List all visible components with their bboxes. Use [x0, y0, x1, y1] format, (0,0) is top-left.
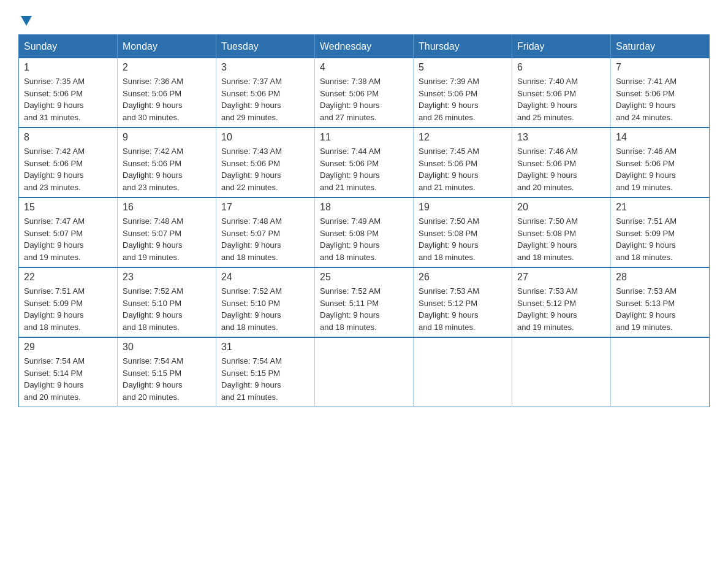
- header-saturday: Saturday: [611, 35, 710, 59]
- calendar-cell: 26 Sunrise: 7:53 AM Sunset: 5:12 PM Dayl…: [414, 267, 512, 337]
- header-thursday: Thursday: [414, 35, 512, 59]
- calendar-cell: 7 Sunrise: 7:41 AM Sunset: 5:06 PM Dayli…: [611, 58, 710, 128]
- calendar-cell: 30 Sunrise: 7:54 AM Sunset: 5:15 PM Dayl…: [118, 337, 216, 407]
- day-info: Sunrise: 7:42 AM Sunset: 5:06 PM Dayligh…: [123, 145, 211, 193]
- calendar-cell: 15 Sunrise: 7:47 AM Sunset: 5:07 PM Dayl…: [19, 197, 118, 267]
- day-info: Sunrise: 7:35 AM Sunset: 5:06 PM Dayligh…: [24, 75, 112, 123]
- day-number: 3: [221, 62, 309, 73]
- calendar-cell: 31 Sunrise: 7:54 AM Sunset: 5:15 PM Dayl…: [216, 337, 315, 407]
- day-info: Sunrise: 7:50 AM Sunset: 5:08 PM Dayligh…: [419, 215, 507, 263]
- day-info: Sunrise: 7:42 AM Sunset: 5:06 PM Dayligh…: [24, 145, 112, 193]
- day-number: 17: [221, 202, 309, 213]
- calendar-cell: 13 Sunrise: 7:46 AM Sunset: 5:06 PM Dayl…: [512, 128, 611, 197]
- day-info: Sunrise: 7:53 AM Sunset: 5:12 PM Dayligh…: [419, 285, 507, 333]
- day-info: Sunrise: 7:43 AM Sunset: 5:06 PM Dayligh…: [221, 145, 309, 193]
- calendar-week-5: 29 Sunrise: 7:54 AM Sunset: 5:14 PM Dayl…: [19, 337, 710, 407]
- day-number: 6: [517, 62, 605, 73]
- day-info: Sunrise: 7:49 AM Sunset: 5:08 PM Dayligh…: [320, 215, 408, 263]
- header-monday: Monday: [118, 35, 216, 59]
- calendar-cell: [611, 337, 710, 407]
- day-info: Sunrise: 7:53 AM Sunset: 5:12 PM Dayligh…: [517, 285, 605, 333]
- calendar-cell: 12 Sunrise: 7:45 AM Sunset: 5:06 PM Dayl…: [414, 128, 512, 197]
- day-info: Sunrise: 7:46 AM Sunset: 5:06 PM Dayligh…: [517, 145, 605, 193]
- calendar-cell: 27 Sunrise: 7:53 AM Sunset: 5:12 PM Dayl…: [512, 267, 611, 337]
- day-number: 19: [419, 202, 507, 213]
- day-number: 29: [24, 342, 112, 353]
- day-number: 15: [24, 202, 112, 213]
- calendar-week-3: 15 Sunrise: 7:47 AM Sunset: 5:07 PM Dayl…: [19, 197, 710, 267]
- day-number: 5: [419, 62, 507, 73]
- calendar-cell: 18 Sunrise: 7:49 AM Sunset: 5:08 PM Dayl…: [315, 197, 414, 267]
- calendar-cell: 11 Sunrise: 7:44 AM Sunset: 5:06 PM Dayl…: [315, 128, 414, 197]
- calendar-cell: [315, 337, 414, 407]
- day-number: 21: [616, 202, 704, 213]
- day-number: 23: [123, 272, 211, 283]
- header-tuesday: Tuesday: [216, 35, 315, 59]
- svg-marker-0: [21, 16, 32, 26]
- calendar-cell: 29 Sunrise: 7:54 AM Sunset: 5:14 PM Dayl…: [19, 337, 118, 407]
- header-wednesday: Wednesday: [315, 35, 414, 59]
- day-info: Sunrise: 7:50 AM Sunset: 5:08 PM Dayligh…: [517, 215, 605, 263]
- day-number: 27: [517, 272, 605, 283]
- calendar-week-1: 1 Sunrise: 7:35 AM Sunset: 5:06 PM Dayli…: [19, 58, 710, 128]
- day-info: Sunrise: 7:48 AM Sunset: 5:07 PM Dayligh…: [123, 215, 211, 263]
- calendar-cell: [414, 337, 512, 407]
- day-info: Sunrise: 7:38 AM Sunset: 5:06 PM Dayligh…: [320, 75, 408, 123]
- day-info: Sunrise: 7:54 AM Sunset: 5:15 PM Dayligh…: [221, 355, 309, 403]
- day-info: Sunrise: 7:41 AM Sunset: 5:06 PM Dayligh…: [616, 75, 704, 123]
- day-number: 25: [320, 272, 408, 283]
- calendar-cell: 6 Sunrise: 7:40 AM Sunset: 5:06 PM Dayli…: [512, 58, 611, 128]
- day-number: 20: [517, 202, 605, 213]
- calendar-cell: 4 Sunrise: 7:38 AM Sunset: 5:06 PM Dayli…: [315, 58, 414, 128]
- day-info: Sunrise: 7:51 AM Sunset: 5:09 PM Dayligh…: [616, 215, 704, 263]
- day-info: Sunrise: 7:45 AM Sunset: 5:06 PM Dayligh…: [419, 145, 507, 193]
- day-number: 7: [616, 62, 704, 73]
- day-number: 18: [320, 202, 408, 213]
- header-sunday: Sunday: [19, 35, 118, 59]
- day-info: Sunrise: 7:47 AM Sunset: 5:07 PM Dayligh…: [24, 215, 112, 263]
- day-info: Sunrise: 7:48 AM Sunset: 5:07 PM Dayligh…: [221, 215, 309, 263]
- calendar-cell: 17 Sunrise: 7:48 AM Sunset: 5:07 PM Dayl…: [216, 197, 315, 267]
- calendar-cell: 22 Sunrise: 7:51 AM Sunset: 5:09 PM Dayl…: [19, 267, 118, 337]
- calendar-cell: 19 Sunrise: 7:50 AM Sunset: 5:08 PM Dayl…: [414, 197, 512, 267]
- day-info: Sunrise: 7:53 AM Sunset: 5:13 PM Dayligh…: [616, 285, 704, 333]
- day-number: 28: [616, 272, 704, 283]
- calendar-cell: 28 Sunrise: 7:53 AM Sunset: 5:13 PM Dayl…: [611, 267, 710, 337]
- day-number: 24: [221, 272, 309, 283]
- calendar-cell: 9 Sunrise: 7:42 AM Sunset: 5:06 PM Dayli…: [118, 128, 216, 197]
- day-info: Sunrise: 7:52 AM Sunset: 5:10 PM Dayligh…: [221, 285, 309, 333]
- calendar-week-4: 22 Sunrise: 7:51 AM Sunset: 5:09 PM Dayl…: [19, 267, 710, 337]
- logo: [18, 12, 33, 22]
- calendar-table: SundayMondayTuesdayWednesdayThursdayFrid…: [18, 34, 710, 407]
- day-info: Sunrise: 7:44 AM Sunset: 5:06 PM Dayligh…: [320, 145, 408, 193]
- day-info: Sunrise: 7:52 AM Sunset: 5:10 PM Dayligh…: [123, 285, 211, 333]
- day-info: Sunrise: 7:37 AM Sunset: 5:06 PM Dayligh…: [221, 75, 309, 123]
- calendar-cell: 5 Sunrise: 7:39 AM Sunset: 5:06 PM Dayli…: [414, 58, 512, 128]
- day-info: Sunrise: 7:52 AM Sunset: 5:11 PM Dayligh…: [320, 285, 408, 333]
- calendar-cell: 3 Sunrise: 7:37 AM Sunset: 5:06 PM Dayli…: [216, 58, 315, 128]
- day-number: 9: [123, 132, 211, 143]
- calendar-cell: 1 Sunrise: 7:35 AM Sunset: 5:06 PM Dayli…: [19, 58, 118, 128]
- day-number: 16: [123, 202, 211, 213]
- day-info: Sunrise: 7:54 AM Sunset: 5:14 PM Dayligh…: [24, 355, 112, 403]
- day-number: 22: [24, 272, 112, 283]
- day-number: 10: [221, 132, 309, 143]
- day-number: 14: [616, 132, 704, 143]
- day-info: Sunrise: 7:39 AM Sunset: 5:06 PM Dayligh…: [419, 75, 507, 123]
- day-number: 2: [123, 62, 211, 73]
- day-number: 11: [320, 132, 408, 143]
- day-info: Sunrise: 7:36 AM Sunset: 5:06 PM Dayligh…: [123, 75, 211, 123]
- calendar-cell: 2 Sunrise: 7:36 AM Sunset: 5:06 PM Dayli…: [118, 58, 216, 128]
- calendar-header-row: SundayMondayTuesdayWednesdayThursdayFrid…: [19, 35, 710, 59]
- day-number: 1: [24, 62, 112, 73]
- day-number: 4: [320, 62, 408, 73]
- day-info: Sunrise: 7:46 AM Sunset: 5:06 PM Dayligh…: [616, 145, 704, 193]
- calendar-cell: 16 Sunrise: 7:48 AM Sunset: 5:07 PM Dayl…: [118, 197, 216, 267]
- day-info: Sunrise: 7:40 AM Sunset: 5:06 PM Dayligh…: [517, 75, 605, 123]
- day-number: 31: [221, 342, 309, 353]
- day-info: Sunrise: 7:54 AM Sunset: 5:15 PM Dayligh…: [123, 355, 211, 403]
- calendar-cell: 21 Sunrise: 7:51 AM Sunset: 5:09 PM Dayl…: [611, 197, 710, 267]
- calendar-cell: 10 Sunrise: 7:43 AM Sunset: 5:06 PM Dayl…: [216, 128, 315, 197]
- calendar-cell: 23 Sunrise: 7:52 AM Sunset: 5:10 PM Dayl…: [118, 267, 216, 337]
- day-number: 26: [419, 272, 507, 283]
